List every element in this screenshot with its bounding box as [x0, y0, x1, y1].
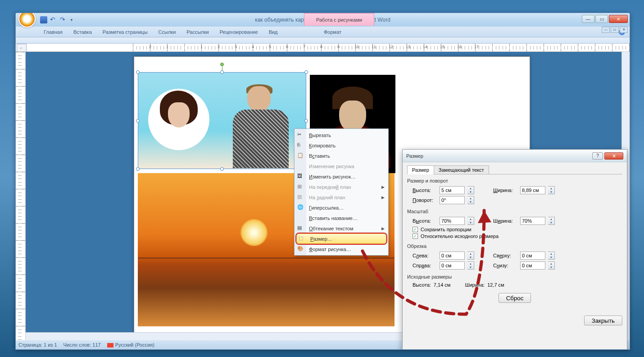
tab-mailings[interactable]: Рассылки	[181, 27, 214, 37]
input-rotation[interactable]: 0°	[440, 196, 465, 204]
cut-icon: ✂	[297, 132, 304, 139]
size-dialog: Размер ? ✕ Размер Замещающий текст Разме…	[402, 149, 627, 350]
maximize-button[interactable]: ▭	[595, 15, 608, 23]
tab-format[interactable]: Формат	[318, 27, 347, 37]
spinner-width[interactable]: ▲▼	[548, 186, 555, 194]
lbl-height: Высота:	[413, 188, 437, 193]
dialog-help-button[interactable]: ?	[592, 152, 603, 160]
rotate-handle[interactable]	[220, 63, 224, 66]
word-window: ↶ ↷ ▼ как объединять картинки в Пэйнт Не…	[15, 13, 630, 350]
dlg-tab-size[interactable]: Размер	[407, 165, 434, 174]
spinner-scale-width[interactable]: ▲▼	[548, 217, 555, 225]
hyperlink-icon: 🌐	[297, 204, 304, 211]
lbl-orig-height: Высота:	[413, 282, 431, 288]
ctx-copy[interactable]: ⎘Копировать	[295, 140, 387, 151]
dialog-title: Размер	[406, 153, 423, 159]
status-page[interactable]: Страница: 1 из 1	[18, 342, 57, 348]
doc-restore[interactable]: ▭	[611, 27, 619, 33]
close-button[interactable]: ✕	[609, 15, 628, 23]
image-selected[interactable]	[138, 72, 306, 169]
copy-icon: ⎘	[297, 142, 304, 149]
tab-layout[interactable]: Разметка страницы	[97, 27, 153, 37]
dialog-titlebar[interactable]: Размер ? ✕	[403, 150, 627, 162]
input-scale-height[interactable]: 70%	[440, 217, 465, 225]
ctx-format-picture[interactable]: 🎨Формат рисунка…	[295, 244, 387, 254]
ctx-send-back: ▧На задний план▶	[295, 192, 387, 202]
input-crop-right[interactable]: 0 см	[440, 261, 465, 270]
dlg-tab-alt-text[interactable]: Замещающий текст	[434, 165, 489, 174]
input-crop-bottom[interactable]: 0 см	[520, 261, 545, 270]
reset-button[interactable]: Сброс	[499, 293, 531, 303]
doc-close[interactable]: ✕	[620, 27, 628, 33]
spinner-height[interactable]: ▲▼	[467, 186, 474, 194]
size-icon: ⬚	[299, 235, 306, 243]
group-crop: Обрезка	[407, 243, 622, 249]
tab-selector[interactable]: ⌐	[17, 44, 27, 52]
vertical-ruler[interactable]	[16, 52, 26, 340]
tab-view[interactable]: Вид	[263, 27, 283, 37]
resize-handle-e[interactable]	[304, 119, 308, 123]
chk-relative-original[interactable]: ✓	[413, 233, 418, 239]
spinner-crop-left[interactable]: ▲▼	[467, 252, 474, 260]
save-icon[interactable]	[40, 16, 47, 23]
status-language[interactable]: Русский (Россия)	[107, 342, 154, 348]
group-scale: Масштаб	[407, 209, 622, 214]
lbl-crop-top: Сверху:	[493, 253, 517, 258]
lbl-crop-right: Справа:	[413, 263, 437, 268]
val-orig-height: 7,14 см	[434, 282, 451, 288]
lbl-orig-width: Ширина:	[465, 282, 485, 288]
group-original: Исходные размеры	[407, 274, 622, 279]
ctx-size[interactable]: ⬚Размер…	[296, 233, 386, 244]
input-crop-top[interactable]: 0 см	[520, 252, 545, 260]
wrap-text-icon: ▤	[297, 225, 304, 232]
resize-handle-s[interactable]	[220, 167, 224, 171]
spinner-crop-bottom[interactable]: ▲▼	[548, 261, 555, 270]
ctx-change-picture: Изменение рисунка	[295, 161, 387, 171]
office-button[interactable]	[18, 13, 36, 27]
ribbon-body-collapsed	[16, 37, 630, 44]
send-back-icon: ▧	[297, 194, 304, 201]
status-words[interactable]: Число слов: 117	[63, 342, 101, 348]
dialog-close-button[interactable]: ✕	[604, 152, 623, 160]
lbl-width: Ширина:	[493, 188, 517, 193]
close-button-dialog[interactable]: Закрыть	[584, 316, 622, 325]
qat-dropdown-icon[interactable]: ▼	[70, 18, 73, 22]
resize-handle-ne[interactable]	[304, 70, 308, 74]
undo-icon[interactable]: ↶	[50, 16, 57, 23]
tab-insert[interactable]: Вставка	[68, 27, 97, 37]
ctx-cut[interactable]: ✂Вырезать	[295, 130, 387, 140]
resize-handle-n[interactable]	[220, 70, 224, 74]
ctx-paste[interactable]: 📋Вставить	[295, 151, 387, 161]
ctx-hyperlink[interactable]: 🌐Гиперссылка…	[295, 202, 387, 213]
redo-icon[interactable]: ↷	[60, 16, 67, 23]
input-crop-left[interactable]: 0 см	[440, 252, 465, 260]
horizontal-ruler[interactable]: ⌐ 21 12 34 56 78 910 1112 1314 1516 17	[16, 44, 630, 52]
group-size-rotation: Размер и поворот	[407, 178, 622, 183]
resize-handle-w[interactable]	[136, 119, 140, 123]
lbl-crop-left: Слева:	[413, 253, 437, 258]
chk-keep-ratio[interactable]: ✓	[413, 227, 418, 232]
ctx-edit-picture[interactable]: 🖼Изменить рисунок…	[295, 171, 387, 182]
resize-handle-nw[interactable]	[136, 70, 140, 74]
input-height[interactable]: 5 см	[440, 186, 465, 194]
edit-image-icon: 🖼	[297, 173, 304, 180]
spinner-rotation[interactable]: ▲▼	[467, 196, 474, 204]
lbl-rotation: Поворот:	[413, 197, 437, 203]
ctx-insert-caption[interactable]: Вставить название…	[295, 213, 387, 223]
minimize-button[interactable]: —	[582, 15, 594, 23]
doc-minimize[interactable]: —	[602, 27, 610, 33]
titlebar: ↶ ↷ ▼ как объединять картинки в Пэйнт Не…	[16, 13, 630, 27]
input-scale-width[interactable]: 70%	[520, 217, 545, 225]
tab-home[interactable]: Главная	[38, 27, 68, 37]
spinner-crop-top[interactable]: ▲▼	[548, 252, 555, 260]
spinner-scale-height[interactable]: ▲▼	[467, 217, 474, 225]
resize-handle-sw[interactable]	[136, 167, 140, 171]
ctx-text-wrap[interactable]: ▤Обтекание текстом▶	[295, 223, 387, 233]
val-orig-width: 12,7 см	[487, 282, 504, 288]
input-width[interactable]: 8,89 см	[520, 186, 545, 194]
picture-tools-tab[interactable]: Работа с рисунками	[304, 13, 374, 26]
tab-review[interactable]: Рецензирование	[214, 27, 263, 37]
spinner-crop-right[interactable]: ▲▼	[467, 261, 474, 270]
bring-front-icon: ▦	[297, 183, 304, 191]
tab-references[interactable]: Ссылки	[153, 27, 181, 37]
